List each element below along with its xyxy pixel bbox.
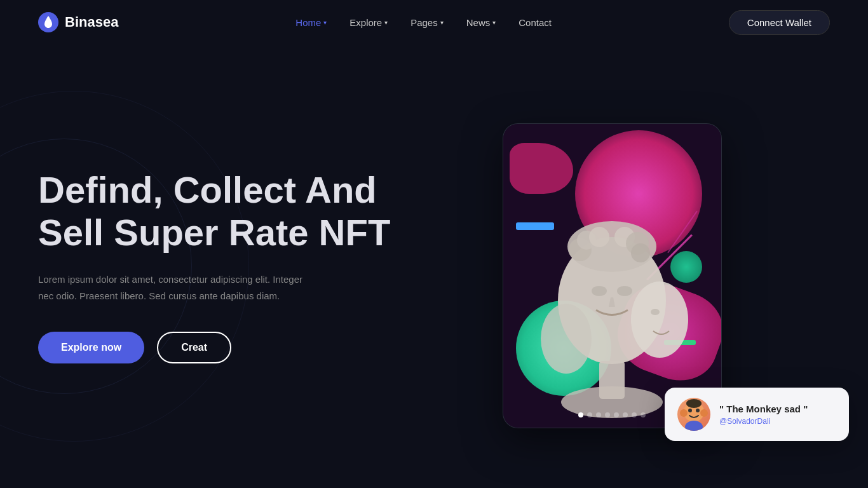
hero-visual: " The Monkey sad " @SolvadorDali: [394, 104, 830, 428]
carousel-dot-3[interactable]: [596, 412, 601, 417]
svg-point-3: [617, 286, 632, 296]
navbar: Binasea Home ▾ Explore ▾ Pages ▾ News ▾: [0, 0, 868, 44]
explore-now-button[interactable]: Explore now: [38, 332, 144, 363]
svg-point-21: [686, 399, 702, 408]
nav-item-home[interactable]: Home ▾: [295, 17, 327, 28]
logo-text: Binasea: [65, 14, 118, 30]
svg-point-15: [541, 304, 592, 374]
carousel-dot-6[interactable]: [623, 412, 628, 417]
svg-point-18: [700, 409, 708, 417]
monkey-name: " The Monkey sad ": [719, 403, 836, 414]
chevron-down-icon: ▾: [384, 19, 388, 26]
monkey-info: " The Monkey sad " @SolvadorDali: [719, 403, 836, 426]
svg-point-22: [685, 421, 703, 431]
nav-links: Home ▾ Explore ▾ Pages ▾ News ▾ Contact: [295, 17, 552, 28]
hero-title: Defind, Collect And Sell Super Rate NFT: [38, 169, 394, 254]
monkey-card: " The Monkey sad " @SolvadorDali: [665, 388, 849, 441]
nft-card-art: [503, 124, 721, 428]
avatar: [677, 398, 710, 431]
monkey-handle: @SolvadorDali: [719, 417, 836, 426]
hero-content: Defind, Collect And Sell Super Rate NFT …: [38, 169, 394, 363]
hero-section: Defind, Collect And Sell Super Rate NFT …: [0, 44, 868, 488]
svg-point-10: [631, 243, 650, 262]
carousel-dot-2[interactable]: [587, 412, 592, 417]
svg-point-13: [631, 281, 688, 358]
nft-card: [503, 123, 722, 428]
logo[interactable]: Binasea: [38, 12, 118, 32]
carousel-dot-7[interactable]: [632, 412, 637, 417]
hero-description: Lorem ipsum dolor sit amet, consectetur …: [38, 271, 318, 304]
svg-point-2: [592, 286, 607, 296]
avatar-image: [677, 398, 710, 431]
nav-item-contact[interactable]: Contact: [519, 17, 552, 28]
svg-point-7: [589, 227, 609, 247]
chevron-down-icon: ▾: [492, 19, 496, 26]
connect-wallet-button[interactable]: Connect Wallet: [729, 10, 830, 35]
svg-point-14: [651, 309, 660, 315]
carousel-dots: [578, 412, 646, 417]
nav-item-pages[interactable]: Pages ▾: [410, 17, 444, 28]
carousel-dot-4[interactable]: [605, 412, 610, 417]
chevron-down-icon: ▾: [440, 19, 444, 26]
svg-point-20: [696, 409, 700, 412]
chevron-down-icon: ▾: [323, 19, 327, 26]
carousel-dot-1[interactable]: [578, 412, 583, 417]
nav-item-explore[interactable]: Explore ▾: [349, 17, 388, 28]
hero-buttons: Explore now Creat: [38, 332, 394, 363]
create-button[interactable]: Creat: [157, 332, 231, 363]
nav-item-news[interactable]: News ▾: [466, 17, 496, 28]
svg-point-17: [680, 409, 688, 417]
carousel-dot-8[interactable]: [641, 412, 646, 417]
svg-point-19: [688, 409, 692, 412]
carousel-dot-5[interactable]: [614, 412, 619, 417]
logo-icon: [38, 12, 58, 32]
